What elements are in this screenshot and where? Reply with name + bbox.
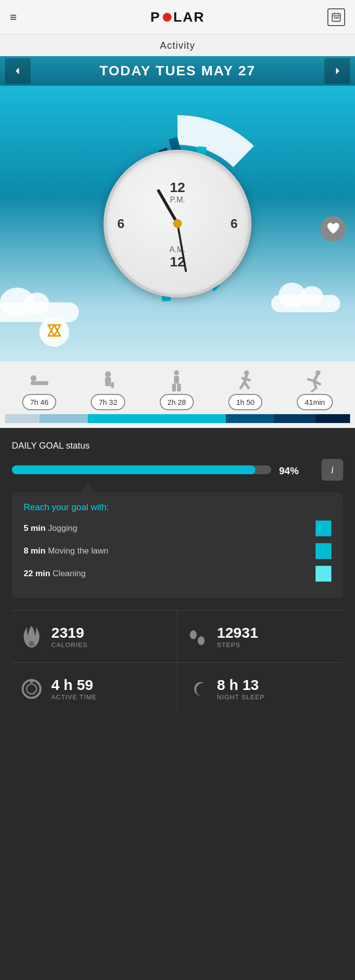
svg-line-42: [311, 388, 316, 392]
svg-point-44: [29, 641, 35, 647]
calories-info: 2319 CALORIES: [51, 624, 88, 649]
active-time-info: 4 h 59 ACTIVE TIME: [51, 677, 97, 701]
daily-goal-status-text: status: [66, 441, 90, 451]
walking-duration: 1h 50: [228, 394, 263, 410]
sleep-info: 8 h 13 NIGHT SLEEP: [217, 677, 265, 701]
calendar-svg: [331, 12, 342, 23]
logo-dot: [163, 13, 172, 22]
clock-6-left: 6: [117, 216, 124, 231]
progress-strip: [5, 414, 350, 423]
calories-label: CALORIES: [51, 641, 88, 649]
svg-rect-30: [174, 376, 179, 384]
steps-info: 12931 STEPS: [217, 624, 258, 649]
svg-rect-24: [31, 381, 48, 385]
running-icon: [305, 371, 325, 391]
svg-rect-32: [177, 384, 181, 392]
goal-activity-cleaning: 22 min Cleaning: [24, 566, 331, 582]
sleep-number: 8 h 13: [217, 677, 265, 693]
svg-rect-26: [105, 377, 111, 384]
standing-duration: 2h 28: [160, 394, 194, 410]
sleep-label: NIGHT SLEEP: [217, 693, 265, 701]
heart-button[interactable]: [320, 216, 346, 241]
tooltip-arrow: [81, 484, 95, 492]
activity-icons-row: 7h 46 7h 32 2h: [5, 371, 350, 410]
next-day-button[interactable]: [324, 58, 350, 84]
active-time-icon: [20, 677, 43, 701]
svg-marker-21: [48, 325, 60, 336]
activity-stats-section: 7h 46 7h 32 2h: [0, 361, 355, 428]
active-time-label: ACTIVE TIME: [51, 693, 97, 701]
activity-item-walking: 1h 50: [228, 371, 263, 410]
daily-goal-text: DAILY GOAL: [12, 441, 64, 451]
goal-activity-jogging: 5 min Jogging: [24, 521, 331, 536]
cleaning-bar: [316, 566, 331, 582]
jogging-text: 5 min Jogging: [24, 523, 77, 533]
daily-goal-label: DAILY GOAL status: [12, 441, 343, 451]
activity-item-sitting: 7h 32: [91, 371, 125, 410]
goal-activity-mowing: 8 min Moving the lawn: [24, 543, 331, 559]
prev-day-button[interactable]: [5, 58, 31, 84]
flow-triangles-icon: [45, 323, 63, 341]
info-button[interactable]: i: [321, 459, 343, 481]
sitting-icon: [98, 371, 118, 391]
running-duration: 41min: [297, 394, 333, 410]
jogging-min: 5 min: [24, 523, 45, 533]
dark-section: DAILY GOAL status 94% i Reach your goal …: [0, 428, 355, 715]
clock-pm-label: 12 P.M.: [170, 180, 185, 204]
sitting-duration: 7h 32: [91, 394, 125, 410]
jogging-label: Jogging: [48, 523, 77, 533]
svg-line-36: [245, 382, 248, 388]
clock-12-pm: 12: [170, 180, 185, 196]
strip-seg-5: [274, 414, 316, 423]
strip-seg-4: [226, 414, 274, 423]
goal-bar-row: 94% i: [12, 459, 343, 481]
goal-percent-symbol: %: [290, 465, 299, 476]
svg-marker-8: [336, 67, 339, 74]
clock-6-right: 6: [231, 216, 238, 231]
metric-calories: 2319 CALORIES: [12, 611, 178, 663]
strip-seg-2: [39, 414, 88, 423]
next-arrow-icon: [332, 66, 342, 76]
clock-pm-text: P.M.: [170, 196, 185, 204]
steps-label: STEPS: [217, 641, 258, 649]
svg-rect-31: [172, 384, 176, 392]
svg-rect-5: [336, 17, 337, 19]
lying-icon: [30, 371, 49, 391]
menu-icon[interactable]: ≡: [10, 10, 17, 24]
svg-marker-22: [48, 325, 60, 336]
reach-goal-card: Reach your goal with: 5 min Jogging 8 mi…: [12, 492, 343, 598]
calendar-icon[interactable]: [327, 8, 345, 26]
goal-percent: 94%: [279, 462, 314, 478]
strip-seg-6: [316, 414, 350, 423]
mowing-label: Moving the lawn: [48, 546, 108, 555]
active-time-number: 4 h 59: [51, 677, 97, 693]
goal-bar-fill: [12, 465, 255, 474]
mowing-text: 8 min Moving the lawn: [24, 546, 108, 556]
svg-point-25: [105, 371, 111, 377]
clock-section: 12 P.M. 6 6 A.M. 12: [0, 86, 355, 361]
svg-point-50: [30, 680, 33, 683]
svg-rect-28: [105, 384, 111, 386]
date-navigation: TODAY TUES MAY 27: [0, 56, 355, 86]
svg-marker-7: [16, 67, 19, 74]
svg-point-49: [27, 684, 36, 694]
reach-goal-title: Reach your goal with:: [24, 502, 331, 513]
metrics-grid: 2319 CALORIES 12931 STEPS: [12, 610, 343, 715]
activity-item-running: 41min: [297, 371, 333, 410]
svg-point-45: [190, 630, 197, 639]
activity-title: Activity: [160, 40, 195, 51]
strip-seg-3: [88, 414, 226, 423]
mowing-min: 8 min: [24, 546, 45, 555]
cleaning-min: 22 min: [24, 569, 50, 578]
logo-text-p: P: [150, 9, 161, 25]
header: ≡ P LAR: [0, 0, 355, 34]
flame-icon: [20, 625, 43, 649]
svg-rect-6: [338, 17, 339, 19]
flow-icon[interactable]: [39, 317, 69, 347]
clock-center-dot: [173, 219, 182, 228]
svg-rect-27: [111, 382, 114, 388]
polar-logo: P LAR: [150, 9, 205, 25]
mowing-bar: [316, 543, 331, 559]
standing-icon: [167, 371, 186, 391]
metric-steps: 12931 STEPS: [178, 611, 343, 663]
